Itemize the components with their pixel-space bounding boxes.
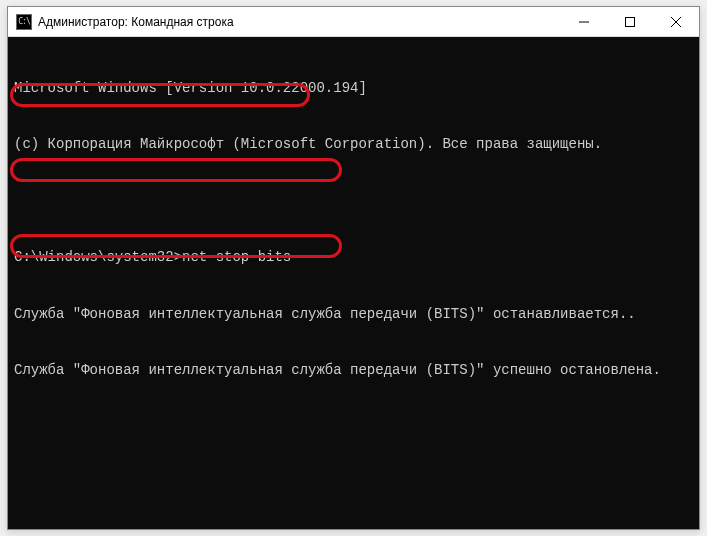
- maximize-icon: [625, 17, 635, 27]
- terminal-line: Служба "Фоновая интеллектуальная служба …: [14, 361, 693, 380]
- titlebar[interactable]: C:\ Администратор: Командная строка: [8, 7, 699, 37]
- command-prompt-window: C:\ Администратор: Командная строка Micr…: [7, 6, 700, 530]
- terminal-line: (c) Корпорация Майкрософт (Microsoft Cor…: [14, 135, 693, 154]
- window-title: Администратор: Командная строка: [38, 15, 561, 29]
- maximize-button[interactable]: [607, 7, 653, 36]
- blank-line: [14, 474, 693, 492]
- terminal-line: Служба "Фоновая интеллектуальная служба …: [14, 305, 693, 324]
- svg-rect-1: [626, 17, 635, 26]
- blank-line: [14, 418, 693, 436]
- prompt-line: C:\Windows\system32>net stop bits: [14, 248, 693, 267]
- window-controls: [561, 7, 699, 36]
- terminal-area[interactable]: Microsoft Windows [Version 10.0.22000.19…: [8, 37, 699, 529]
- minimize-button[interactable]: [561, 7, 607, 36]
- minimize-icon: [579, 17, 589, 27]
- cmd-icon: C:\: [16, 14, 32, 30]
- highlight-annotation: [10, 158, 342, 182]
- close-button[interactable]: [653, 7, 699, 36]
- close-icon: [671, 17, 681, 27]
- terminal-line: Microsoft Windows [Version 10.0.22000.19…: [14, 79, 693, 98]
- blank-line: [14, 192, 693, 210]
